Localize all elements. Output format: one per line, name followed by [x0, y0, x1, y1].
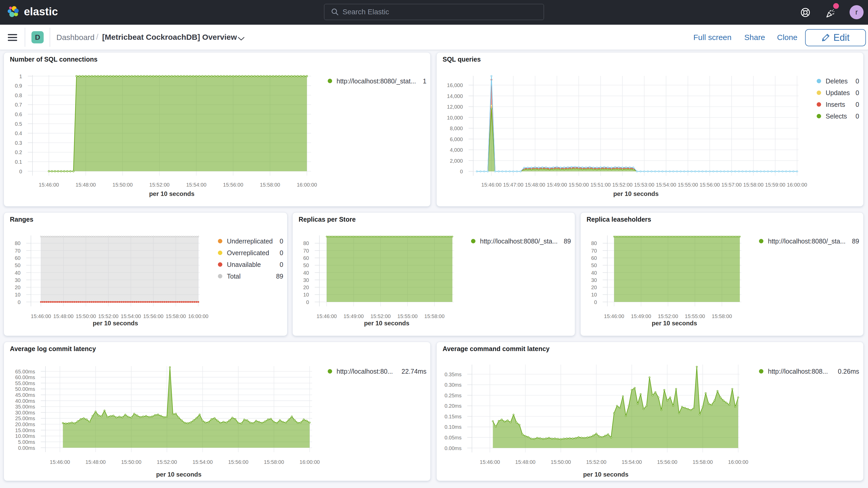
- svg-text:89: 89: [852, 238, 859, 245]
- svg-text:16,000: 16,000: [447, 82, 463, 88]
- svg-text:http://localhost:8080/_sta...: http://localhost:8080/_sta...: [480, 238, 558, 245]
- svg-text:0.3: 0.3: [15, 140, 22, 146]
- svg-text:35.00ms: 35.00ms: [15, 404, 35, 409]
- svg-text:Replicas per Store: Replicas per Store: [299, 216, 356, 223]
- svg-text:http://localhost:8080/_stat...: http://localhost:8080/_stat...: [337, 78, 416, 85]
- svg-text:80: 80: [15, 240, 21, 246]
- svg-text:15:49:00: 15:49:00: [547, 182, 567, 188]
- svg-text:15:54:00: 15:54:00: [193, 459, 213, 465]
- svg-text:Total: Total: [227, 273, 241, 280]
- svg-text:15:48:00: 15:48:00: [75, 182, 96, 188]
- svg-text:0.10ms: 0.10ms: [444, 424, 462, 430]
- svg-text:40: 40: [591, 270, 597, 276]
- svg-text:50: 50: [591, 263, 597, 268]
- svg-text:15:46:00: 15:46:00: [481, 182, 502, 188]
- svg-text:0: 0: [594, 299, 597, 305]
- svg-text:5.00ms: 5.00ms: [18, 439, 35, 445]
- svg-text:15:47:00: 15:47:00: [503, 182, 523, 188]
- svg-text:10.00ms: 10.00ms: [15, 433, 35, 439]
- svg-text:10: 10: [591, 292, 597, 298]
- svg-text:16:00:00: 16:00:00: [787, 182, 807, 188]
- svg-text:89: 89: [276, 273, 283, 280]
- svg-text:20: 20: [591, 284, 597, 290]
- svg-text:15:55:00: 15:55:00: [685, 313, 705, 319]
- svg-text:20: 20: [303, 284, 309, 290]
- svg-text:15:56:00: 15:56:00: [228, 459, 248, 465]
- svg-text:0: 0: [18, 299, 21, 305]
- svg-text:15:51:00: 15:51:00: [590, 182, 611, 188]
- svg-text:15:58:00: 15:58:00: [424, 313, 445, 319]
- svg-text:Average log commit latency: Average log commit latency: [10, 345, 96, 353]
- svg-text:40: 40: [15, 270, 21, 276]
- svg-text:4,000: 4,000: [450, 147, 463, 153]
- svg-text:22.74ms: 22.74ms: [402, 368, 427, 375]
- svg-text:15:46:00: 15:46:00: [39, 182, 59, 188]
- svg-text:Underreplicated: Underreplicated: [227, 238, 273, 245]
- svg-text:1: 1: [19, 73, 22, 79]
- svg-text:Unavailable: Unavailable: [227, 261, 261, 268]
- svg-text:0.2: 0.2: [15, 149, 22, 155]
- svg-text:15:58:00: 15:58:00: [264, 459, 284, 465]
- svg-text:50: 50: [15, 263, 21, 268]
- svg-text:15:46:00: 15:46:00: [50, 459, 70, 465]
- svg-text:60: 60: [591, 255, 597, 261]
- svg-text:0: 0: [856, 101, 859, 108]
- svg-text:15:54:00: 15:54:00: [656, 182, 676, 188]
- svg-text:0: 0: [280, 261, 283, 268]
- svg-text:15:50:00: 15:50:00: [121, 459, 142, 465]
- svg-text:15:58:00: 15:58:00: [260, 182, 280, 188]
- svg-text:15:54:00: 15:54:00: [622, 459, 642, 465]
- svg-text:40: 40: [303, 270, 309, 276]
- svg-text:2,000: 2,000: [450, 158, 463, 164]
- svg-text:per 10 seconds: per 10 seconds: [583, 471, 629, 478]
- svg-text:0.30ms: 0.30ms: [444, 382, 462, 388]
- svg-text:30: 30: [15, 277, 21, 283]
- svg-text:http://localhost:808...: http://localhost:808...: [768, 368, 828, 375]
- svg-text:1: 1: [423, 78, 427, 85]
- svg-text:15:49:00: 15:49:00: [631, 313, 651, 319]
- svg-text:0: 0: [280, 238, 283, 245]
- svg-text:50.00ms: 50.00ms: [15, 386, 35, 392]
- svg-text:30: 30: [303, 277, 309, 283]
- svg-text:25.00ms: 25.00ms: [15, 416, 35, 421]
- svg-text:0.7: 0.7: [15, 102, 22, 108]
- svg-text:15:48:00: 15:48:00: [515, 459, 536, 465]
- svg-text:60: 60: [303, 255, 309, 261]
- svg-text:80: 80: [591, 240, 597, 246]
- svg-text:15:58:00: 15:58:00: [743, 182, 764, 188]
- svg-text:12,000: 12,000: [447, 104, 463, 110]
- svg-text:Replica leaseholders: Replica leaseholders: [587, 216, 651, 223]
- svg-text:0.25ms: 0.25ms: [444, 393, 462, 398]
- svg-text:15:52:00: 15:52:00: [98, 313, 119, 319]
- svg-text:per 10 seconds: per 10 seconds: [156, 471, 202, 478]
- svg-text:Average command commit latency: Average command commit latency: [442, 345, 550, 353]
- svg-text:Overreplicated: Overreplicated: [227, 249, 269, 256]
- svg-text:15:50:00: 15:50:00: [76, 313, 96, 319]
- svg-text:15:52:00: 15:52:00: [157, 459, 177, 465]
- svg-text:0.15ms: 0.15ms: [444, 414, 462, 419]
- svg-text:55.00ms: 55.00ms: [15, 380, 35, 386]
- svg-text:15:57:00: 15:57:00: [721, 182, 742, 188]
- svg-text:15:52:00: 15:52:00: [612, 182, 632, 188]
- svg-text:per 10 seconds: per 10 seconds: [149, 190, 195, 197]
- svg-text:15:52:00: 15:52:00: [658, 313, 678, 319]
- svg-text:15:56:00: 15:56:00: [143, 313, 163, 319]
- svg-text:per 10 seconds: per 10 seconds: [613, 190, 659, 197]
- svg-text:http://localhost:8080/_sta...: http://localhost:8080/_sta...: [768, 238, 846, 245]
- svg-text:15:54:00: 15:54:00: [121, 313, 141, 319]
- svg-text:15:55:00: 15:55:00: [678, 182, 698, 188]
- svg-text:16:00:00: 16:00:00: [297, 182, 317, 188]
- svg-text:15:50:00: 15:50:00: [551, 459, 571, 465]
- svg-text:Ranges: Ranges: [10, 216, 33, 223]
- svg-text:0: 0: [856, 113, 859, 120]
- svg-text:http://localhost:80...: http://localhost:80...: [337, 368, 393, 375]
- svg-text:15:46:00: 15:46:00: [604, 313, 624, 319]
- svg-text:15:56:00: 15:56:00: [657, 459, 678, 465]
- svg-text:20.00ms: 20.00ms: [15, 422, 35, 427]
- svg-text:40.00ms: 40.00ms: [15, 398, 35, 404]
- svg-text:16:00:00: 16:00:00: [728, 459, 748, 465]
- svg-text:15:55:00: 15:55:00: [397, 313, 417, 319]
- svg-text:0.00ms: 0.00ms: [18, 445, 35, 451]
- svg-text:30.00ms: 30.00ms: [15, 410, 35, 416]
- svg-text:30: 30: [591, 277, 597, 283]
